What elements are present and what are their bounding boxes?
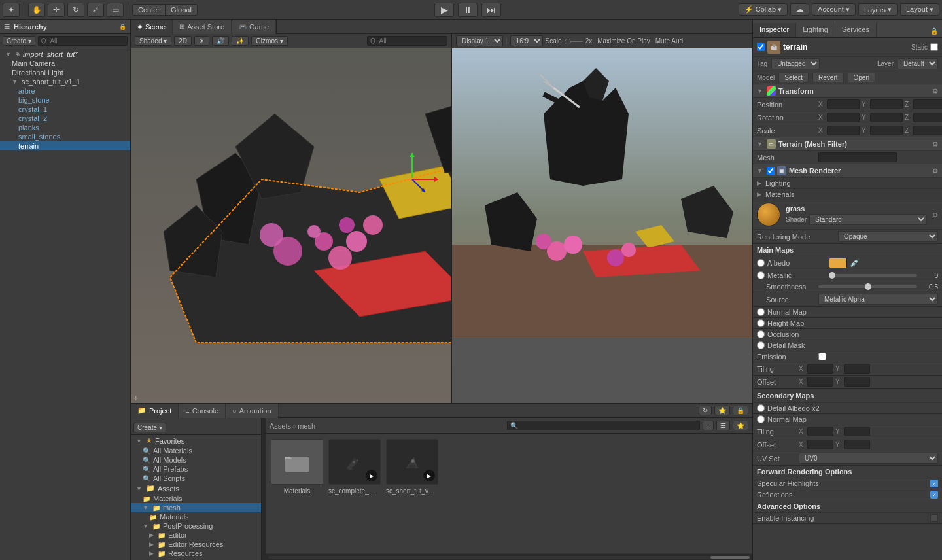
specular-check[interactable]: ✓ (930, 480, 938, 487)
detail-albedo-radio[interactable] (757, 404, 765, 412)
tiling2-x[interactable]: 1 (807, 427, 833, 436)
offset-y[interactable]: 0 (844, 377, 870, 387)
global-btn[interactable]: Global (166, 5, 197, 15)
asset-sc-short[interactable]: ▶ sc_short_tut_v1_1 (386, 439, 438, 495)
offset-x[interactable]: 0 (807, 377, 833, 387)
open-btn[interactable]: Open (848, 73, 875, 82)
step-btn[interactable]: ⏭ (481, 3, 501, 17)
mesh-folder-item[interactable]: ▼ 📁 mesh (131, 503, 261, 512)
tab-services[interactable]: Services (835, 23, 877, 37)
hierarchy-item[interactable]: ▼ sc_short_tut_v1_1 (0, 77, 130, 86)
shader-dropdown[interactable]: Standard (809, 214, 927, 225)
normal-map2-radio[interactable] (757, 415, 765, 423)
find-btn[interactable]: ⭐ (714, 406, 730, 415)
inspector-lock-btn[interactable]: 🔒 (926, 25, 942, 37)
mesh-renderer-options[interactable]: ⚙ (932, 167, 938, 175)
reflections-check[interactable]: ✓ (930, 491, 938, 499)
scene-viewport[interactable]: ◁ Persp Y X Z ✛ (131, 48, 451, 403)
tab-project[interactable]: 📁 Project (131, 404, 179, 418)
detail-mask-radio[interactable] (757, 341, 765, 349)
play-overlay-2[interactable]: ▶ (423, 470, 435, 481)
hierarchy-item-directional-light[interactable]: Directional Light (0, 68, 130, 77)
scrollbar-thumb[interactable] (710, 556, 750, 559)
occlusion-radio[interactable] (757, 330, 765, 338)
cloud-btn[interactable]: ☁ (790, 3, 809, 16)
asset-materials-folder[interactable]: Materials (271, 439, 323, 495)
game-viewport[interactable] (452, 48, 752, 338)
project-scrollbar[interactable] (266, 553, 752, 560)
editor-resources-item[interactable]: ▶ 📁 Editor Resources (131, 540, 261, 549)
materials-stripe[interactable]: ▶ Materials (753, 189, 942, 200)
rendering-mode-dropdown[interactable]: Opaque (838, 231, 938, 242)
resources-item[interactable]: ▶ 📁 Resources (131, 549, 261, 558)
center-btn[interactable]: Center (133, 5, 166, 15)
hierarchy-create-btn[interactable]: Create ▾ (3, 36, 35, 46)
assets-section[interactable]: ▼ 📁 Assets (131, 483, 261, 494)
transform-options[interactable]: ⚙ (932, 88, 938, 95)
scale-tool-btn[interactable]: ⤢ (87, 3, 104, 17)
layer-dropdown[interactable]: Default (898, 58, 938, 69)
account-btn[interactable]: Account ▾ (812, 3, 856, 16)
tab-game[interactable]: 🎮 Game (232, 20, 276, 34)
transform-section-header[interactable]: ▼ Transform ⚙ (753, 84, 942, 98)
albedo-swatch[interactable] (829, 258, 847, 268)
hierarchy-item-terrain[interactable]: terrain (0, 141, 130, 150)
scale-x[interactable]: 1 (827, 126, 860, 135)
layers-btn[interactable]: Layers ▾ (858, 3, 898, 16)
project-filter-btn[interactable]: ☰ (716, 421, 730, 430)
mesh-filter-options[interactable]: ⚙ (932, 141, 938, 148)
hand-tool-btn[interactable]: ✋ (28, 3, 45, 17)
scale-z[interactable]: 1 (913, 126, 942, 135)
hierarchy-item[interactable]: crystal_1 (0, 105, 130, 114)
mesh-materials-item[interactable]: 📁 Materials (131, 512, 261, 521)
metallic-slider[interactable] (829, 274, 917, 277)
tab-animation[interactable]: ○ Animation (226, 404, 279, 418)
materials-folder-item[interactable]: 📁 Materials (131, 494, 261, 503)
unity-logo-btn[interactable]: ✦ (3, 3, 20, 17)
pause-btn[interactable]: ⏸ (458, 3, 478, 17)
hierarchy-item[interactable]: arbre (0, 86, 130, 96)
light-btn[interactable]: ☀ (194, 36, 209, 46)
move-tool-btn[interactable]: ✛ (48, 3, 65, 17)
revert-btn[interactable]: Revert (812, 73, 843, 82)
shaded-btn[interactable]: Shaded ▾ (135, 36, 171, 46)
audio-btn[interactable]: 🔊 (212, 36, 229, 46)
mesh-renderer-checkbox[interactable] (767, 167, 775, 175)
aspect-dropdown[interactable]: 16:9 (510, 35, 543, 46)
all-models-item[interactable]: 🔍 All Models (131, 455, 261, 464)
project-view-btn[interactable]: ↕ (703, 421, 714, 430)
lighting-stripe[interactable]: ▶ Lighting (753, 178, 942, 189)
material-ball[interactable] (757, 203, 780, 226)
gizmos-btn[interactable]: Gizmos ▾ (251, 36, 288, 46)
mesh-filter-header[interactable]: ▼ ▭ Terrain (Mesh Filter) ⚙ (753, 137, 942, 151)
offset2-y[interactable]: 0 (844, 440, 870, 449)
normal-radio[interactable] (757, 308, 765, 316)
albedo-radio[interactable] (757, 259, 765, 267)
source-dropdown[interactable]: Metallic Alpha (818, 294, 938, 305)
tab-asset-store[interactable]: ⊞ Asset Store (173, 20, 232, 34)
project-search[interactable] (507, 421, 700, 430)
play-btn[interactable]: ▶ (434, 3, 454, 17)
instancing-check[interactable] (930, 514, 938, 522)
smoothness-slider[interactable] (818, 285, 917, 288)
static-checkbox[interactable] (930, 43, 938, 51)
metallic-radio[interactable] (757, 271, 765, 279)
mute-btn[interactable]: Mute Aud (655, 37, 683, 44)
tiling-y[interactable]: 1 (844, 364, 870, 374)
uvset-dropdown[interactable]: UV0 (799, 453, 938, 464)
display-dropdown[interactable]: Display 1 (456, 35, 503, 46)
tab-inspector[interactable]: Inspector (753, 23, 796, 37)
select-btn[interactable]: Select (778, 73, 809, 82)
position-z[interactable]: 0 (913, 99, 942, 109)
hierarchy-item[interactable]: big_stone (0, 96, 130, 105)
all-prefabs-item[interactable]: 🔍 All Prefabs (131, 464, 261, 474)
postprocessing-item[interactable]: ▼ 📁 PostProcessing (131, 521, 261, 531)
scene-search[interactable] (367, 36, 447, 46)
fx-btn[interactable]: ✨ (232, 36, 249, 46)
rect-tool-btn[interactable]: ▭ (107, 3, 124, 17)
tab-lighting[interactable]: Lighting (796, 23, 835, 37)
project-create-btn[interactable]: Create ▾ (133, 423, 166, 432)
project-star-btn[interactable]: ⭐ (733, 421, 748, 430)
editor-item[interactable]: ▶ 📁 Editor (131, 531, 261, 540)
tiling2-y[interactable]: 1 (844, 427, 870, 436)
